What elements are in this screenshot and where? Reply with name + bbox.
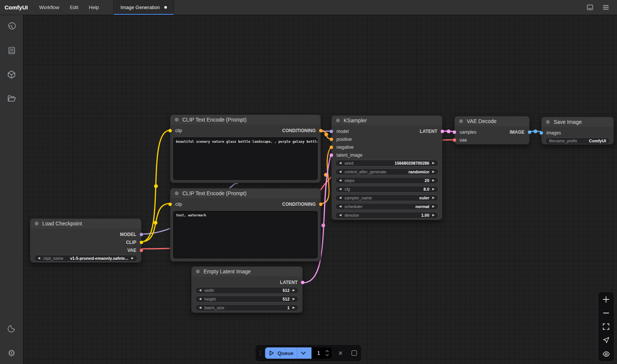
node-collapse-dot[interactable] <box>546 120 550 124</box>
node-titlebar[interactable]: CLIP Text Encode (Prompt) <box>170 115 321 125</box>
samples-input-slot[interactable] <box>453 131 456 134</box>
clear-queue-icon[interactable]: ✕ <box>338 350 343 357</box>
widget-seed[interactable]: ◀seed156680208700286▶ <box>335 160 438 167</box>
widget-increment-arrow[interactable]: ▶ <box>432 179 435 182</box>
node-clip-text-encode-negative[interactable]: CLIP Text Encode (Prompt)clipCONDITIONIN… <box>170 188 321 262</box>
unsaved-indicator-dot[interactable] <box>164 6 167 9</box>
node-collapse-dot[interactable] <box>459 119 463 123</box>
vae-input-slot[interactable] <box>453 139 456 142</box>
menu-edit[interactable]: Edit <box>65 0 83 15</box>
widget-decrement-arrow[interactable]: ◀ <box>339 188 341 191</box>
latent_image-input-slot[interactable] <box>330 154 333 157</box>
queue-options-chevron-icon[interactable] <box>297 347 307 359</box>
widget-filename_prefix[interactable]: filename_prefixComfyUI <box>545 137 610 144</box>
CONDITIONING-output-slot[interactable] <box>319 203 322 206</box>
menu-help[interactable]: Help <box>83 0 104 15</box>
widget-width[interactable]: ◀width512▶ <box>195 287 299 294</box>
widget-increment-arrow[interactable]: ▶ <box>293 289 295 292</box>
widget-decrement-arrow[interactable]: ◀ <box>38 257 40 260</box>
node-titlebar[interactable]: Load Checkpoint <box>30 219 141 228</box>
widget-height[interactable]: ◀height512▶ <box>195 296 299 302</box>
node-titlebar[interactable]: VAE Decode <box>455 116 529 126</box>
widget-increment-arrow[interactable]: ▶ <box>432 162 435 165</box>
LATENT-output-slot[interactable] <box>301 281 304 284</box>
zoom-in-icon[interactable] <box>602 295 610 304</box>
workflow-history-icon[interactable] <box>7 22 17 32</box>
widget-scheduler[interactable]: ◀schedulernormal▶ <box>335 203 438 210</box>
node-clip-text-encode-positive[interactable]: CLIP Text Encode (Prompt)clipCONDITIONIN… <box>170 114 321 183</box>
widget-sampler_name[interactable]: ◀sampler_nameeuler▶ <box>335 194 438 201</box>
LATENT-output-slot[interactable] <box>441 130 444 133</box>
widget-steps[interactable]: ◀steps20▶ <box>335 177 438 184</box>
fit-view-icon[interactable] <box>602 322 610 331</box>
negative-input-slot[interactable] <box>330 146 333 149</box>
node-collapse-dot[interactable] <box>336 119 340 122</box>
select-mode-icon[interactable] <box>602 336 610 344</box>
clip-input-slot[interactable] <box>168 129 172 133</box>
widget-batch_size[interactable]: ◀batch_size1▶ <box>195 304 299 311</box>
widget-increment-arrow[interactable]: ▶ <box>131 257 134 260</box>
node-vae-decode[interactable]: VAE DecodesamplesIMAGEvae <box>454 116 530 145</box>
widget-denoise[interactable]: ◀denoise1.00▶ <box>335 212 438 219</box>
widget-cfg[interactable]: ◀cfg8.0▶ <box>335 186 438 193</box>
widget-decrement-arrow[interactable]: ◀ <box>339 214 341 217</box>
widget-decrement-arrow[interactable]: ◀ <box>339 170 341 173</box>
widget-control_after_generate[interactable]: ◀control_after_generaterandomize▶ <box>335 168 438 175</box>
zoom-out-icon[interactable] <box>602 309 610 317</box>
workflows-folder-icon[interactable] <box>7 93 17 103</box>
model-input-slot[interactable] <box>330 130 333 133</box>
widget-decrement-arrow[interactable]: ◀ <box>339 196 341 199</box>
settings-gear-icon[interactable]: ⚙ <box>7 348 17 358</box>
node-collapse-dot[interactable] <box>35 222 39 225</box>
toolbar-drag-handle[interactable]: ⋮ <box>258 351 261 355</box>
batch-count-input[interactable]: 1 <box>312 347 332 359</box>
node-titlebar[interactable]: KSampler <box>332 116 442 125</box>
widget-decrement-arrow[interactable]: ◀ <box>339 205 341 208</box>
queue-button[interactable]: Queue <box>265 347 312 359</box>
widget-increment-arrow[interactable]: ▶ <box>432 214 435 217</box>
toggle-link-visibility-icon[interactable] <box>602 350 610 358</box>
widget-increment-arrow[interactable]: ▶ <box>432 205 435 208</box>
tab-image-generation[interactable]: Image Generation <box>113 0 174 15</box>
node-save-image[interactable]: Save Imageimagesfilename_prefixComfyUI <box>541 117 614 145</box>
bottom-panel-icon[interactable] <box>586 4 594 11</box>
CONDITIONING-output-slot[interactable] <box>319 129 322 133</box>
theme-toggle-moon-icon[interactable] <box>7 324 17 333</box>
positive-input-slot[interactable] <box>330 138 333 141</box>
widget-decrement-arrow[interactable]: ◀ <box>199 306 201 309</box>
widget-decrement-arrow[interactable]: ◀ <box>199 298 201 301</box>
prompt-textarea[interactable]: text, watermark <box>173 211 318 258</box>
comfyui-logo[interactable]: ComfyUI <box>0 4 34 11</box>
VAE-output-slot[interactable] <box>140 249 143 252</box>
node-ksampler[interactable]: KSamplermodelLATENTpositivenegativelaten… <box>331 115 443 220</box>
widget-increment-arrow[interactable]: ▶ <box>293 306 295 309</box>
menu-icon[interactable] <box>602 4 609 11</box>
menu-workflow[interactable]: Workflow <box>34 0 65 15</box>
widget-increment-arrow[interactable]: ▶ <box>293 298 295 301</box>
batch-count-steppers[interactable] <box>325 350 329 356</box>
node-collapse-dot[interactable] <box>175 118 179 122</box>
clip-input-slot[interactable] <box>168 203 172 206</box>
widget-increment-arrow[interactable]: ▶ <box>432 188 435 191</box>
widget-increment-arrow[interactable]: ▶ <box>432 196 435 199</box>
widget-ckpt_name[interactable]: ◀ckpt_namev1-5-pruned-emaonly.safete...▶ <box>34 255 137 262</box>
images-input-slot[interactable] <box>540 131 543 135</box>
prompt-textarea[interactable]: beautiful scenery nature glass bottle la… <box>173 137 318 180</box>
node-load-checkpoint[interactable]: Load CheckpointMODELCLIPVAE◀ckpt_namev1-… <box>30 218 142 263</box>
node-empty-latent-image[interactable]: Empty Latent ImageLATENT◀width512▶◀heigh… <box>191 266 303 313</box>
node-collapse-dot[interactable] <box>196 270 200 273</box>
widget-increment-arrow[interactable]: ▶ <box>432 170 435 173</box>
MODEL-output-slot[interactable] <box>140 233 143 236</box>
node-titlebar[interactable]: Empty Latent Image <box>191 267 302 276</box>
widget-decrement-arrow[interactable]: ◀ <box>339 162 341 165</box>
CLIP-output-slot[interactable] <box>140 241 143 244</box>
widget-decrement-arrow[interactable]: ◀ <box>199 289 201 292</box>
widget-decrement-arrow[interactable]: ◀ <box>339 179 341 182</box>
node-titlebar[interactable]: Save Image <box>541 117 614 127</box>
model-library-icon[interactable] <box>7 69 17 79</box>
node-collapse-dot[interactable] <box>175 191 179 195</box>
stop-icon[interactable] <box>352 350 357 356</box>
IMAGE-output-slot[interactable] <box>528 131 531 134</box>
node-titlebar[interactable]: CLIP Text Encode (Prompt) <box>170 188 321 198</box>
queue-log-icon[interactable] <box>7 46 17 56</box>
